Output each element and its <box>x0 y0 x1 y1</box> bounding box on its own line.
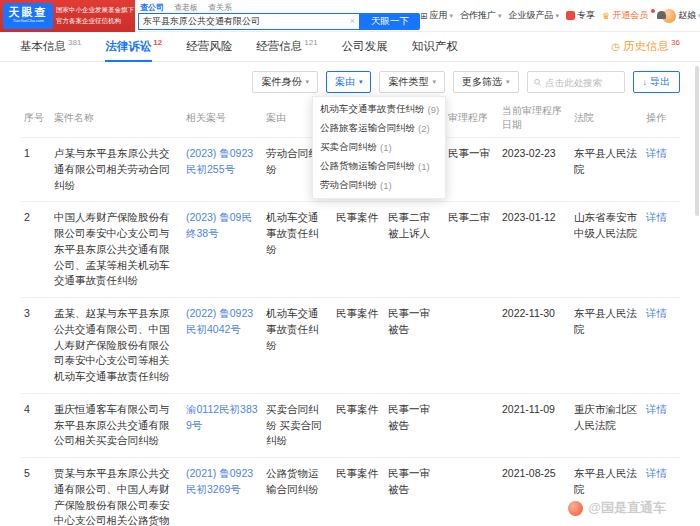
chevron-down-icon: ▾ <box>498 12 502 20</box>
case-type: 民事案件 <box>332 298 384 394</box>
search-button[interactable]: 天眼一下 <box>360 13 420 30</box>
case-name: 贾某与东平县东原公共交通有限公司、中国人寿财产保险股份有限公司泰安中心支公司相关… <box>50 458 182 526</box>
tab-business-risk[interactable]: 经营风险 <box>186 32 232 62</box>
dropdown-option[interactable]: 买卖合同纠纷 (1) <box>313 138 445 157</box>
tab-label: 历史信息 <box>623 39 669 54</box>
company-section-tabs: 基本信息 381 法律诉讼 12 经营风险 经营信息 121 公司发展 知识产权… <box>0 32 700 62</box>
tianyancha-logo[interactable]: 天眼查 TianYanCha.com <box>3 3 53 29</box>
nav-cooperation[interactable]: 合作推广 ▾ <box>460 9 502 22</box>
chevron-down-icon: ▾ <box>432 78 436 86</box>
search-tabs: 查公司 查老板 查关系 <box>138 2 420 13</box>
brand-banner: 天眼查 TianYanCha.com 国家中小企业发展基金旗下 官方备案企业征信… <box>0 0 135 32</box>
list-search-input[interactable] <box>545 77 617 88</box>
case-name: 卢某与东平县东原公共交通有限公司相关劳动合同纠纷 <box>50 138 182 202</box>
user-name: 赵娘 <box>678 9 696 22</box>
filter-case-cause[interactable]: 案由 ▾ <box>326 71 372 93</box>
user-menu[interactable]: 赵娘 ▾ <box>662 9 700 23</box>
apps-grid-icon: ⊞ <box>420 11 428 21</box>
case-name: 重庆恒通客车有限公司与东平县东原公共交通有限公司相关买卖合同纠纷 <box>50 393 182 457</box>
logo-name: 天眼查 <box>9 7 48 18</box>
tab-label: 基本信息 <box>20 39 66 54</box>
nav-open-vip[interactable]: ♛ 开通会员 <box>602 9 648 22</box>
case-cause: 公路货物运输合同纠纷 <box>262 458 332 526</box>
option-count: (1) <box>380 180 392 191</box>
nav-exclusive[interactable]: 专享 <box>566 9 595 22</box>
chevron-down-icon: ▾ <box>305 78 309 86</box>
case-number-link[interactable]: (2022) 鲁0923民初4042号 <box>186 307 253 335</box>
tab-label: 法律诉讼 <box>105 39 151 54</box>
nav-apps-label: 应用 <box>430 9 448 22</box>
case-court: 东平县人民法院 <box>570 138 642 202</box>
banner-line-2: 官方备案企业征信机构 <box>56 16 134 26</box>
tab-label: 公司发展 <box>342 39 388 54</box>
dropdown-option[interactable]: 公路旅客运输合同纠纷 (2) <box>313 119 445 138</box>
option-count: (1) <box>418 161 430 172</box>
filter-more[interactable]: 更多筛选 ▾ <box>453 71 519 93</box>
filter-case-type[interactable]: 案件类型 ▾ <box>379 71 445 93</box>
chevron-down-icon: ▾ <box>556 12 560 20</box>
col-case-number: 相关案号 <box>182 98 262 138</box>
option-label: 买卖合同纠纷 <box>320 141 377 154</box>
tab-business-info[interactable]: 经营信息 121 <box>256 32 317 62</box>
case-index: 4 <box>20 393 50 457</box>
detail-link[interactable]: 详情 <box>646 467 667 479</box>
tab-company-development[interactable]: 公司发展 <box>342 32 388 62</box>
case-identity: 民事一审被告 <box>388 403 430 431</box>
case-procedure <box>444 298 498 394</box>
cause-filter-dropdown: 机动车交通事故责任纠纷 (9) 公路旅客运输合同纠纷 (2) 买卖合同纠纷 (1… <box>312 96 446 199</box>
company-search-input[interactable] <box>143 16 350 26</box>
search-tab-company[interactable]: 查公司 <box>140 2 164 13</box>
tab-basic-info[interactable]: 基本信息 381 <box>20 32 81 62</box>
dropdown-option[interactable]: 劳动合同纠纷 (1) <box>313 176 445 195</box>
detail-link[interactable]: 详情 <box>646 403 667 415</box>
chevron-down-icon: ▾ <box>450 12 454 20</box>
case-date: 2021-08-25 <box>498 458 570 526</box>
tab-legal-proceedings[interactable]: 法律诉讼 12 <box>105 32 162 62</box>
banner-slogan: 国家中小企业发展基金旗下 官方备案企业征信机构 <box>56 5 134 26</box>
col-procedure: 审理程序 <box>444 98 498 138</box>
case-number-link[interactable]: (2021) 鲁0923民初3269号 <box>186 467 253 495</box>
case-court: 山东省泰安市中级人民法院 <box>570 202 642 298</box>
top-navigation: ⊞ 应用 ▾ 合作推广 ▾ 企业级产品 ▾ 专享 ♛ 开通会员 <box>420 9 700 23</box>
case-cause: 买卖合同纠纷 买卖合同纠纷 <box>262 393 332 457</box>
option-label: 机动车交通事故责任纠纷 <box>320 103 425 116</box>
case-number-link[interactable]: (2023) 鲁09民终38号 <box>186 211 252 239</box>
export-label: 导出 <box>650 75 670 89</box>
scrollbar-thumb[interactable] <box>695 66 699 216</box>
list-search-box[interactable] <box>527 71 625 93</box>
tab-history-info[interactable]: ◷ 历史信息 36 <box>611 32 680 62</box>
case-date: 2022-11-30 <box>498 298 570 394</box>
dropdown-option[interactable]: 机动车交通事故责任纠纷 (9) <box>313 100 445 119</box>
logo-domain: TianYanCha.com <box>13 18 44 24</box>
dropdown-option[interactable]: 公路货物运输合同纠纷 (1) <box>313 157 445 176</box>
tab-intellectual-property[interactable]: 知识产权 <box>412 32 458 62</box>
case-number-link[interactable]: 渝0112民初3839号 <box>186 403 258 431</box>
filter-label: 更多筛选 <box>462 75 502 89</box>
download-icon: ↓ <box>643 77 648 87</box>
clear-search-icon[interactable]: × <box>350 17 355 26</box>
export-button[interactable]: ↓ 导出 <box>633 71 681 93</box>
case-identity-cell: 民事一审被告 <box>384 298 444 394</box>
case-index: 3 <box>20 298 50 394</box>
filter-label: 案件类型 <box>388 75 428 89</box>
search-tab-relation[interactable]: 查关系 <box>208 2 232 13</box>
case-court: 重庆市渝北区人民法院 <box>570 393 642 457</box>
detail-link[interactable]: 详情 <box>646 147 667 159</box>
tab-count-badge: 12 <box>153 38 162 47</box>
crown-icon: ♛ <box>602 11 610 21</box>
exclusive-icon <box>566 11 575 20</box>
clock-icon: ◷ <box>611 41 620 52</box>
case-number-link[interactable]: (2023) 鲁0923民初255号 <box>186 147 253 175</box>
detail-link[interactable]: 详情 <box>646 307 667 319</box>
nav-exclusive-label: 专享 <box>577 9 595 22</box>
filter-label: 案由 <box>335 75 355 89</box>
filter-case-identity[interactable]: 案件身份 ▾ <box>252 71 318 93</box>
case-cause: 机动车交通事故责任纠纷 <box>262 202 332 298</box>
watermark: @国是直通车 <box>568 499 666 517</box>
detail-link[interactable]: 详情 <box>646 211 667 223</box>
table-row: 3 孟某、赵某与东平县东原公共交通有限公司、中国人寿财产保险股份有限公司泰安中心… <box>20 298 680 394</box>
nav-enterprise-products[interactable]: 企业级产品 ▾ <box>509 9 560 22</box>
option-count: (9) <box>428 104 440 115</box>
nav-apps[interactable]: ⊞ 应用 ▾ <box>420 9 453 22</box>
search-tab-boss[interactable]: 查老板 <box>174 2 198 13</box>
